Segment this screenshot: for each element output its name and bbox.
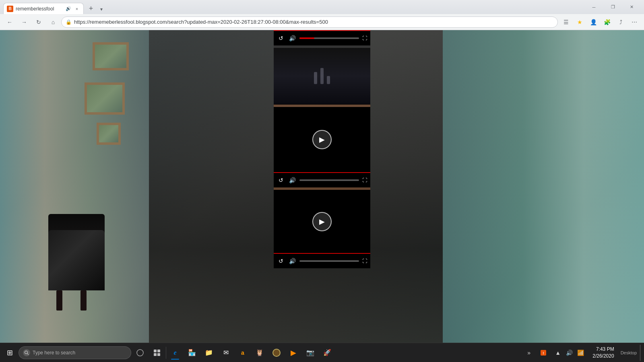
volume-sys-icon[interactable]: 🔊	[564, 348, 574, 358]
tab-close-button[interactable]: ×	[74, 6, 80, 12]
system-clock[interactable]: 7:43 PM 2/26/2020	[589, 346, 617, 360]
amazon-icon[interactable]: a	[235, 345, 251, 361]
restore-button[interactable]: ❐	[604, 1, 622, 14]
new-tab-button[interactable]: +	[85, 3, 97, 14]
forward-button[interactable]: →	[18, 16, 31, 29]
wall-right	[443, 30, 644, 343]
svg-rect-4	[157, 350, 160, 352]
search-svg	[24, 350, 29, 355]
blog-background: ↺ 🔊 ⛶	[0, 30, 644, 343]
start-button[interactable]: ⊞	[2, 345, 18, 361]
progress-bar-3[interactable]	[299, 260, 359, 262]
network-icon[interactable]: 📶	[576, 348, 585, 358]
chair	[40, 214, 121, 311]
svg-point-7	[273, 349, 280, 356]
tab-audio-icon: 🔊	[66, 6, 71, 11]
extension-button[interactable]: 🧩	[601, 16, 613, 29]
url-bar[interactable]: 🔒 https://rememeberlessfool.blogspot.com…	[61, 16, 558, 28]
active-tab[interactable]: B rememberlessfool 🔊 ×	[3, 3, 84, 14]
clock-time: 7:43 PM	[592, 346, 614, 353]
back-button[interactable]: ←	[3, 16, 16, 29]
profile-button[interactable]: 👤	[587, 16, 600, 29]
circle-app-icon[interactable]	[268, 345, 285, 361]
taskbar-divider-1	[166, 347, 166, 359]
video-scene-1	[274, 48, 370, 104]
tab-title: rememberlessfool	[16, 6, 63, 12]
circle-svg	[272, 348, 281, 357]
play-button-2[interactable]: ▶	[312, 130, 332, 149]
chevron-icon[interactable]: »	[524, 348, 534, 358]
replay-button-3[interactable]: ↺	[277, 258, 285, 264]
close-button[interactable]: ✕	[623, 1, 641, 14]
painting-2	[85, 82, 125, 115]
scene-elements	[314, 68, 330, 84]
progress-fill-1	[299, 37, 314, 39]
file-explorer-icon[interactable]: 📁	[201, 345, 217, 361]
fullscreen-button-1[interactable]: ⛶	[362, 35, 367, 41]
video-controls-3: ↺ 🔊 ⛶	[274, 253, 370, 268]
toolbar-icons: ☰ ★ 👤 🧩 ⤴ ⋯	[559, 16, 641, 29]
cortana-button[interactable]	[132, 345, 148, 361]
chair-leg-right	[80, 290, 87, 311]
system-tray: » ! ▲ 🔊 📶	[521, 345, 588, 361]
settings-button[interactable]: ⋯	[628, 16, 641, 29]
volume-button-1[interactable]: 🔊	[288, 35, 296, 41]
svg-rect-6	[157, 353, 160, 356]
chair-body	[48, 230, 105, 290]
cortana-icon	[136, 349, 144, 357]
fullscreen-button-3[interactable]: ⛶	[362, 258, 367, 264]
browser-content: ↺ 🔊 ⛶	[0, 30, 644, 343]
search-placeholder: Type here to search	[33, 350, 75, 356]
video-player-2: ▶ ↺ 🔊 ⛶	[274, 107, 370, 187]
reader-mode-button[interactable]: ☰	[559, 16, 572, 29]
tripadvisor-icon[interactable]: 🦉	[252, 345, 268, 361]
camera-icon[interactable]: 📷	[302, 345, 318, 361]
progress-bar-1[interactable]	[299, 37, 359, 39]
progress-bar-2[interactable]	[299, 179, 359, 181]
bookmark-button[interactable]: ★	[573, 16, 586, 29]
up-arrow-icon[interactable]: ▲	[553, 348, 563, 358]
home-button[interactable]: ⌂	[47, 16, 60, 29]
tab-list-button[interactable]: ▾	[97, 4, 106, 14]
refresh-button[interactable]: ↻	[32, 16, 45, 29]
address-bar: ← → ↻ ⌂ 🔒 https://rememeberlessfool.blog…	[0, 14, 644, 30]
rocket-icon[interactable]: 🚀	[319, 345, 335, 361]
replay-button-2[interactable]: ↺	[277, 177, 285, 183]
edge-taskbar-icon[interactable]: e	[167, 345, 183, 361]
store-taskbar-icon[interactable]: 🏪	[184, 345, 200, 361]
svg-rect-5	[154, 353, 157, 356]
volume-button-3[interactable]: 🔊	[288, 258, 296, 264]
replay-button-1[interactable]: ↺	[277, 35, 285, 41]
share-button[interactable]: ⤴	[614, 16, 627, 29]
volume-button-2[interactable]: 🔊	[288, 177, 296, 183]
video-player-3: ▶ ↺ 🔊 ⛶	[274, 190, 370, 268]
video-controls-1: ↺ 🔊 ⛶	[274, 30, 370, 45]
scene-el-2	[320, 68, 324, 84]
desktop-label[interactable]: Desktop	[618, 350, 639, 355]
minimize-button[interactable]: ─	[585, 1, 603, 14]
show-desktop-button[interactable]	[640, 345, 642, 361]
notification-svg: !	[540, 349, 547, 356]
chair-leg-left	[56, 290, 62, 311]
video-content-1	[274, 48, 370, 104]
painting-1	[93, 42, 129, 70]
mail-icon[interactable]: ✉	[218, 345, 234, 361]
notification-icon[interactable]: !	[535, 345, 551, 361]
task-view-button[interactable]	[149, 345, 165, 361]
fullscreen-button-2[interactable]: ⛶	[362, 177, 367, 183]
svg-rect-3	[154, 350, 157, 352]
video-content-2: ▶	[274, 107, 370, 172]
scene-el-1	[314, 72, 317, 84]
svg-point-2	[137, 350, 143, 356]
scene-el-3	[327, 76, 330, 84]
url-text: https://rememeberlessfool.blogspot.com/s…	[74, 19, 553, 25]
svg-point-0	[25, 351, 28, 354]
search-bar[interactable]: Type here to search	[19, 346, 131, 359]
clock-date: 2/26/2020	[592, 353, 614, 360]
painting-3	[97, 123, 121, 145]
video-player-1: ↺ 🔊 ⛶	[274, 30, 370, 105]
vlc-icon[interactable]: ▶	[285, 345, 301, 361]
tab-favicon: B	[7, 6, 13, 12]
play-button-3[interactable]: ▶	[312, 212, 332, 231]
task-view-icon	[153, 349, 161, 356]
